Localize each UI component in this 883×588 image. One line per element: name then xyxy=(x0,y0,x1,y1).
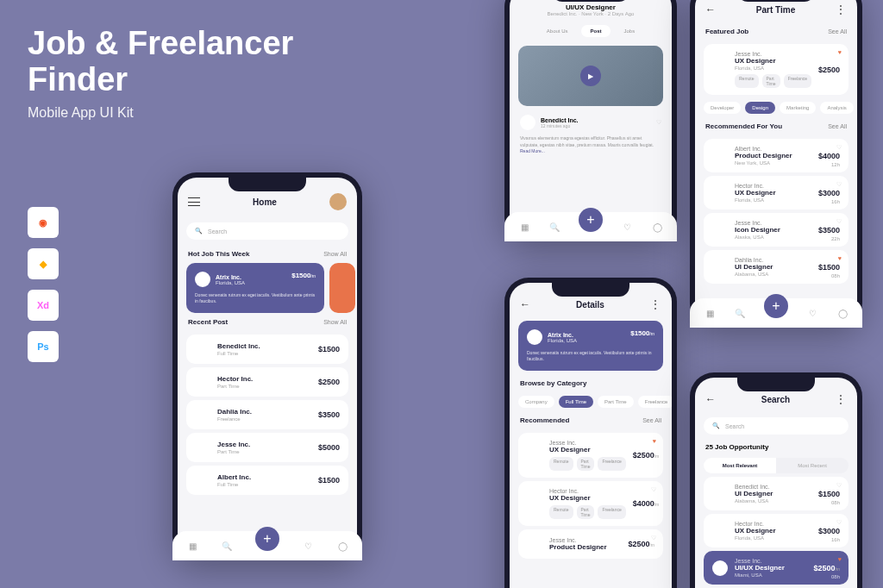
heart-icon[interactable]: ♥ xyxy=(838,556,842,562)
sort-tab[interactable]: Most Relevant xyxy=(704,458,776,473)
show-all-link[interactable]: Show All xyxy=(323,251,347,257)
job-card[interactable]: Hector Inc.UX Designer Florida, USA $300… xyxy=(704,176,849,210)
fab-add[interactable]: + xyxy=(255,527,279,551)
grid-icon[interactable]: ▦ xyxy=(518,221,530,233)
job-card[interactable]: Hector Inc. Part Time $2500 xyxy=(186,367,348,397)
heart-icon[interactable]: ♥ xyxy=(653,438,656,444)
company-logo xyxy=(195,440,210,455)
read-more-link[interactable]: Read More... xyxy=(520,148,545,153)
xd-icon: Xd xyxy=(28,290,59,321)
search-icon[interactable]: 🔍 xyxy=(221,540,233,552)
tab-post[interactable]: Post xyxy=(581,25,610,37)
heart-icon[interactable]: ♡ xyxy=(836,144,842,151)
tool-icons: ◉ ◆ Xd Ps xyxy=(28,207,59,362)
heart-icon[interactable]: ♡ xyxy=(836,519,842,526)
hot-job-card[interactable]: Atrix Inc. Florida, USA $1500/m Donec ve… xyxy=(186,263,324,313)
more-icon[interactable]: ⋮ xyxy=(650,298,661,310)
show-all-link[interactable]: Show All xyxy=(323,319,347,325)
heart-icon[interactable]: ♡ xyxy=(836,218,842,225)
filter-chip[interactable]: Analysis xyxy=(820,102,853,114)
company-logo xyxy=(712,62,728,78)
company-logo xyxy=(712,148,728,164)
play-icon[interactable]: ▶ xyxy=(580,66,601,86)
company-logo xyxy=(712,185,728,201)
search-input[interactable]: 🔍 Search xyxy=(186,222,348,240)
phone-profile: UI/UX Designer Benedict Inc. · New York … xyxy=(504,0,677,241)
hot-job-card[interactable]: Atrix Inc. Florida, USA $1500/m Donec ve… xyxy=(518,321,663,371)
company-logo xyxy=(527,496,542,511)
job-card[interactable]: Dahlia Inc. Freelance $3500 xyxy=(186,400,348,429)
company-logo xyxy=(712,486,728,502)
profile-icon[interactable]: ◯ xyxy=(651,221,663,233)
phone-search: ← Search ⋮ 🔍 Search 25 Job Opportunity M… xyxy=(690,372,862,588)
category-chip[interactable]: Company xyxy=(518,396,554,408)
heart-icon[interactable]: ♡ xyxy=(836,181,842,188)
category-chip[interactable]: Full Time xyxy=(559,396,593,408)
profile-icon[interactable]: ◯ xyxy=(836,307,849,319)
phone-home: Home 🔍 Search Hot Job This Week Show All… xyxy=(172,172,362,560)
company-logo xyxy=(195,472,210,488)
heart-icon[interactable]: ♥ xyxy=(838,49,842,55)
heart-icon[interactable]: ♡ xyxy=(806,307,818,319)
job-card[interactable]: Hector Inc.UX Designer RemotePart TimeFr… xyxy=(518,481,663,526)
heart-icon[interactable]: ♡ xyxy=(651,535,656,541)
back-icon[interactable]: ← xyxy=(705,3,716,16)
tab-jobs[interactable]: Jobs xyxy=(616,25,644,37)
company-logo xyxy=(527,536,542,552)
grid-icon[interactable]: ▦ xyxy=(704,307,716,319)
hero-title: Job & FreelancerFinder Mobile App UI Kit xyxy=(28,26,293,121)
job-card[interactable]: Jesse Inc.Icon Designer Alaska, USA $350… xyxy=(704,213,849,247)
job-card[interactable]: Hector Inc.UX Designer Florida, USA $300… xyxy=(704,514,849,547)
job-card[interactable]: Jesse Inc. Part Time $5000 xyxy=(186,433,348,462)
company-logo xyxy=(520,115,535,130)
company-logo xyxy=(712,523,728,539)
company-logo xyxy=(527,447,542,463)
job-card[interactable]: Jesse Inc.UI/UX Designer Miami, USA $250… xyxy=(704,551,849,585)
company-logo xyxy=(712,260,728,275)
filter-chip[interactable]: Developer xyxy=(704,102,741,114)
job-card[interactable]: Dahlia Inc.UI Designer Alabama, USA $150… xyxy=(704,250,849,284)
heart-icon[interactable]: ♡ xyxy=(621,221,633,233)
filter-chip[interactable]: Design xyxy=(745,102,775,114)
company-logo xyxy=(195,374,210,390)
search-icon[interactable]: 🔍 xyxy=(548,221,560,233)
heart-icon[interactable]: ♡ xyxy=(836,482,842,489)
more-icon[interactable]: ⋮ xyxy=(836,393,847,405)
job-card[interactable]: Benedict Inc. Full Time $1500 xyxy=(186,335,348,364)
filter-chip[interactable]: Marketing xyxy=(780,102,816,114)
tab-about[interactable]: About Us xyxy=(538,25,577,37)
category-chip[interactable]: Freelance xyxy=(638,396,672,408)
company-logo xyxy=(712,222,728,238)
job-card[interactable]: Jesse Inc.Product Designer $2500/m♡ xyxy=(518,529,663,559)
fab-add[interactable]: + xyxy=(764,294,788,318)
hot-job-card[interactable] xyxy=(329,263,355,313)
company-logo xyxy=(712,560,728,576)
company-logo xyxy=(527,329,542,345)
page-title: Home xyxy=(253,197,277,207)
job-card[interactable]: Jesse Inc. UX Designer Florida, USA Remo… xyxy=(704,44,849,95)
search-icon[interactable]: 🔍 xyxy=(734,307,746,319)
grid-icon[interactable]: ▦ xyxy=(186,540,198,552)
heart-icon[interactable]: ♡ xyxy=(656,119,661,126)
category-chip[interactable]: Part Time xyxy=(598,396,634,408)
sketch-icon: ◆ xyxy=(28,248,59,279)
search-input[interactable]: 🔍 Search xyxy=(704,417,849,435)
sort-tab[interactable]: Most Recent xyxy=(776,458,849,473)
avatar[interactable] xyxy=(329,193,347,210)
menu-icon[interactable] xyxy=(188,197,200,206)
job-card[interactable]: Albert Inc. Full Time $1500 xyxy=(186,466,348,495)
back-icon[interactable]: ← xyxy=(520,298,530,310)
fab-add[interactable]: + xyxy=(579,208,603,232)
profile-icon[interactable]: ◯ xyxy=(336,540,348,552)
more-icon[interactable]: ⋮ xyxy=(836,3,847,16)
results-count: 25 Job Opportunity xyxy=(695,440,857,454)
company-logo xyxy=(195,341,210,357)
video-thumbnail[interactable]: ▶ xyxy=(518,46,663,106)
heart-icon[interactable]: ♡ xyxy=(651,486,656,493)
heart-icon[interactable]: ♡ xyxy=(302,540,314,552)
job-card[interactable]: Albert Inc.Product Designer New York, US… xyxy=(704,139,849,172)
back-icon[interactable]: ← xyxy=(705,393,716,405)
job-card[interactable]: Benedict Inc.UI Designer Alabama, USA $1… xyxy=(704,477,849,510)
heart-icon[interactable]: ♥ xyxy=(838,255,842,261)
job-card[interactable]: Jesse Inc.UX Designer RemotePart TimeFre… xyxy=(518,433,663,478)
